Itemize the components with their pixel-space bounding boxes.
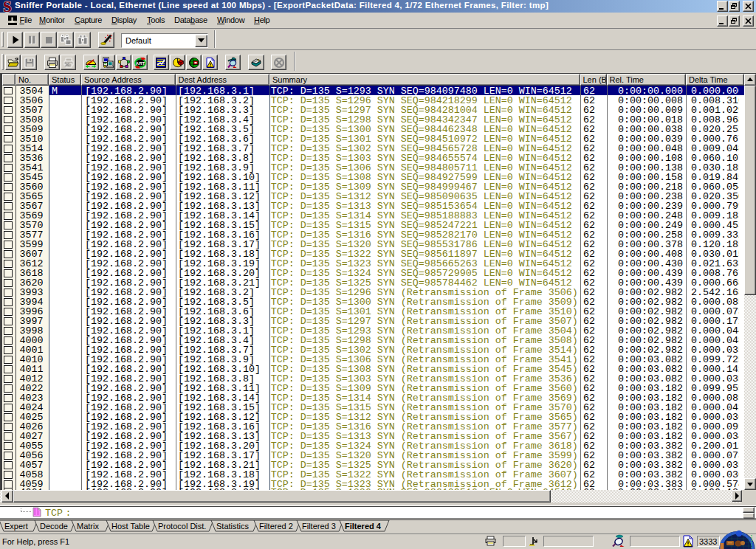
svg-text:S: S: [3, 0, 12, 13]
svg-text:Filtered 4: Filtered 4: [345, 521, 382, 530]
svg-text:Matrix: Matrix: [77, 521, 99, 530]
svg-text:ART: ART: [135, 61, 145, 65]
svg-text:Decode: Decode: [40, 521, 68, 530]
svg-text:Filtered 2: Filtered 2: [259, 521, 293, 530]
svg-text:Statistics: Statistics: [216, 521, 250, 530]
svg-text:Host Table: Host Table: [111, 521, 150, 530]
svg-text:Expert: Expert: [4, 521, 28, 530]
svg-text:Protocol Dist.: Protocol Dist.: [158, 521, 206, 530]
svg-text:Filtered 3: Filtered 3: [302, 521, 336, 530]
